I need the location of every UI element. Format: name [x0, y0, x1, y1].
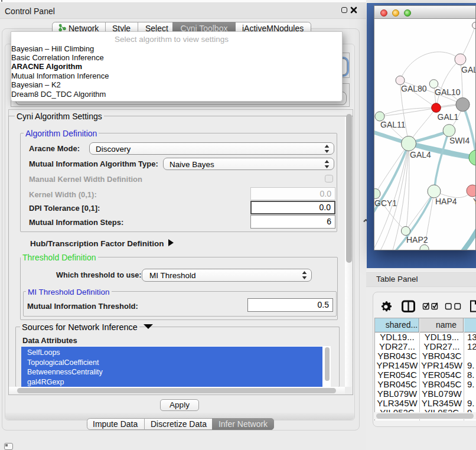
svg-text:HAP4: HAP4	[435, 197, 457, 206]
svg-text:GAL4: GAL4	[410, 150, 431, 159]
svg-text:GAL: GAL	[461, 65, 476, 74]
svg-text:Y: Y	[473, 197, 476, 206]
svg-text:GCY1: GCY1	[374, 198, 397, 208]
svg-text:GAL80: GAL80	[401, 84, 427, 93]
svg-text:HAP2: HAP2	[406, 235, 428, 244]
svg-text:GAL11: GAL11	[380, 120, 406, 129]
svg-text:GAL1: GAL1	[438, 112, 459, 122]
svg-text:GAL10: GAL10	[435, 87, 461, 97]
svg-text:SWI4: SWI4	[449, 136, 470, 145]
